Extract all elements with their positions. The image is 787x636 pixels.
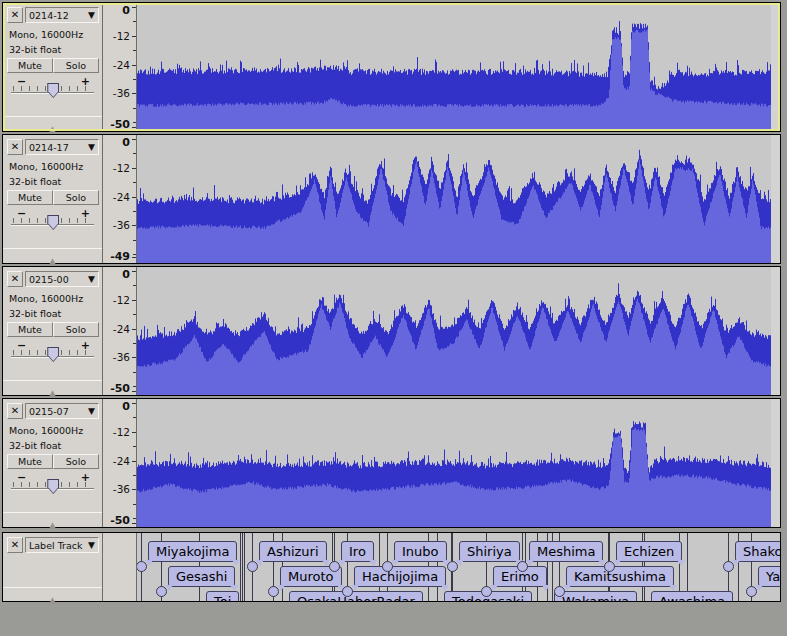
ruler-minor-tick	[133, 240, 136, 241]
label-box[interactable]: Awashima	[651, 591, 733, 601]
label-handle-circle[interactable]	[447, 561, 458, 572]
close-track-button[interactable]: ✕	[7, 271, 23, 287]
waveform-area[interactable]	[137, 399, 780, 527]
label-handle-circle[interactable]	[517, 561, 528, 572]
label-box[interactable]: Inubo	[394, 541, 447, 562]
waveform-area[interactable]	[137, 3, 780, 131]
label-track-panel: ✕ Label Track ▼ ▲	[3, 533, 103, 601]
label-box[interactable]: Ya	[758, 566, 780, 587]
solo-button[interactable]: Solo	[53, 58, 99, 73]
vertical-db-ruler[interactable]: 0-12-24-36-50	[103, 3, 137, 131]
ruler-major-tick	[132, 391, 136, 392]
waveform-area[interactable]	[137, 267, 780, 395]
ruler-major-tick	[132, 489, 136, 490]
ruler-minor-tick	[133, 182, 136, 183]
vertical-db-ruler[interactable]: 0-12-24-36-50	[103, 267, 137, 395]
label-handle-circle[interactable]	[137, 561, 147, 572]
waveform-canvas[interactable]	[137, 399, 771, 527]
track-format-label: 32-bit float	[9, 438, 100, 453]
collapse-button[interactable]: ▲	[3, 587, 102, 601]
label-end-stem[interactable]	[240, 533, 241, 601]
waveform-canvas[interactable]	[137, 135, 771, 263]
ruler-db-label: -50	[110, 514, 130, 527]
solo-button[interactable]: Solo	[53, 454, 99, 469]
ruler-minor-tick	[133, 504, 136, 505]
slider-thumb[interactable]	[47, 215, 59, 230]
ruler-major-tick	[132, 432, 136, 433]
label-box[interactable]: Miyakojima	[148, 541, 237, 562]
label-box[interactable]: Hachijojima	[354, 566, 446, 587]
slider-thumb[interactable]	[47, 347, 59, 362]
label-handle-circle[interactable]	[382, 561, 393, 572]
label-end-stem[interactable]	[244, 533, 245, 601]
ruler-db-label: 0	[122, 268, 130, 281]
label-handle-circle[interactable]	[329, 561, 340, 572]
vertical-db-ruler[interactable]: 0-12-24-36-50	[103, 399, 137, 527]
track-rate-label: Mono, 16000Hz	[9, 159, 100, 174]
label-handle-circle[interactable]	[268, 586, 279, 597]
vertical-db-ruler[interactable]: 0-12-24-36-49	[103, 135, 137, 263]
label-handle-circle[interactable]	[746, 586, 757, 597]
slider-thumb[interactable]	[47, 83, 59, 98]
track-control-panel: ✕ 0215-00 ▼ Mono, 16000Hz 32-bit float M…	[3, 267, 103, 395]
slider-thumb[interactable]	[47, 479, 59, 494]
close-track-button[interactable]: ✕	[7, 139, 23, 155]
gain-slider[interactable]: − +	[9, 339, 96, 367]
track-name-dropdown[interactable]: 0214-17 ▼	[25, 139, 99, 155]
label-flag-icon	[542, 585, 550, 591]
close-track-button[interactable]: ✕	[7, 537, 23, 553]
track-name: 0215-00	[29, 274, 88, 285]
label-handle-circle[interactable]	[342, 586, 353, 597]
label-end-stem[interactable]	[242, 533, 243, 601]
ruler-major-tick	[132, 168, 136, 169]
label-box[interactable]: Toi	[206, 591, 239, 601]
collapse-button[interactable]: ▲	[3, 512, 102, 527]
close-track-button[interactable]: ✕	[7, 7, 23, 23]
label-box[interactable]: Shiriya	[459, 541, 520, 562]
label-area[interactable]: MiyakojimaAshizuriIroInuboShiriyaMeshima…	[137, 533, 780, 601]
label-box[interactable]: Meshima	[529, 541, 603, 562]
waveform-area[interactable]	[137, 135, 780, 263]
label-box[interactable]: Shako	[735, 541, 780, 562]
mute-button[interactable]: Mute	[7, 454, 53, 469]
ruler-minor-tick	[133, 446, 136, 447]
label-box[interactable]: Ashizuri	[259, 541, 327, 562]
ruler-major-tick	[132, 523, 136, 524]
solo-button[interactable]: Solo	[53, 322, 99, 337]
mute-button[interactable]: Mute	[7, 322, 53, 337]
label-handle-circle[interactable]	[481, 586, 492, 597]
mute-button[interactable]: Mute	[7, 58, 53, 73]
track-rate-label: Mono, 16000Hz	[9, 27, 100, 42]
track-name-dropdown[interactable]: Label Track ▼	[25, 537, 99, 553]
label-handle-circle[interactable]	[604, 561, 615, 572]
ruler-major-tick	[132, 329, 136, 330]
ruler-db-label: -50	[110, 382, 130, 395]
track-name-dropdown[interactable]: 0215-07 ▼	[25, 403, 99, 419]
label-box[interactable]: OsakaHaborRadar	[289, 591, 423, 601]
label-handle-circle[interactable]	[723, 561, 734, 572]
label-handle-circle[interactable]	[554, 586, 565, 597]
collapse-button[interactable]: ▲	[3, 380, 102, 395]
label-box[interactable]: Echizen	[616, 541, 682, 562]
ruler-minor-tick	[133, 343, 136, 344]
label-box[interactable]: Kamitsushima	[566, 566, 674, 587]
gain-slider[interactable]: − +	[9, 207, 96, 235]
close-track-button[interactable]: ✕	[7, 403, 23, 419]
collapse-button[interactable]: ▲	[3, 116, 102, 131]
label-handle-circle[interactable]	[156, 586, 167, 597]
track-name-dropdown[interactable]: 0214-12 ▼	[25, 7, 99, 23]
collapse-button[interactable]: ▲	[3, 248, 102, 263]
label-box[interactable]: Wakamiya	[554, 591, 637, 601]
waveform-canvas[interactable]	[137, 3, 771, 131]
gain-slider[interactable]: − +	[9, 75, 96, 103]
chevron-down-icon: ▼	[88, 275, 95, 284]
track-name-dropdown[interactable]: 0215-00 ▼	[25, 271, 99, 287]
mute-button[interactable]: Mute	[7, 190, 53, 205]
gain-slider[interactable]: − +	[9, 471, 96, 499]
waveform-canvas[interactable]	[137, 267, 771, 395]
label-box[interactable]: Iro	[341, 541, 374, 562]
label-box[interactable]: Gesashi	[168, 566, 235, 587]
solo-button[interactable]: Solo	[53, 190, 99, 205]
track-name: 0214-17	[29, 142, 88, 153]
label-handle-circle[interactable]	[247, 561, 258, 572]
